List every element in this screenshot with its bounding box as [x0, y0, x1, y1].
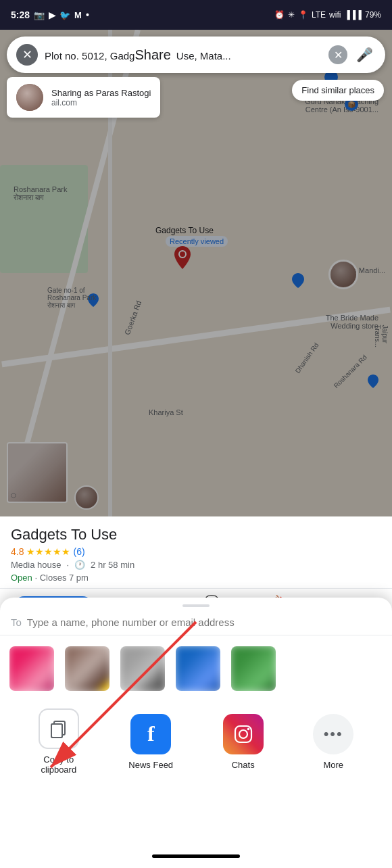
gmail-icon: M: [74, 10, 82, 20]
rating-value: 4.8: [11, 546, 24, 557]
dot-indicator: •: [86, 9, 89, 20]
more-dots-icon: •••: [324, 725, 343, 743]
status-separator: ·: [34, 573, 39, 583]
sharing-prefix: Sharing as: [51, 88, 96, 98]
sharing-email: ail.com: [51, 98, 151, 107]
sharing-avatar: [16, 84, 43, 111]
location-duration: 2 hr 58 min: [91, 560, 134, 570]
location-name: Gadgets To Use: [11, 526, 381, 544]
home-indicator: [152, 854, 240, 858]
facebook-newsfeed-button[interactable]: f News Feed: [128, 714, 173, 770]
status-time: 5:28 📷 ▶ 🐦 M •: [11, 9, 89, 20]
contact-item-5[interactable]: [231, 646, 276, 691]
app-share-row: Copy toclipboard f News Feed Chats •••: [0, 702, 392, 788]
location-panel: Gadgets To Use 4.8 ★★★★★ (6) Media house…: [0, 516, 392, 595]
contact-avatar-4: [176, 646, 220, 691]
facebook-icon: f: [147, 721, 155, 746]
contact-item-2[interactable]: [65, 646, 109, 691]
clipboard-icon: [49, 719, 69, 739]
status-icons: ⏰ ✳ 📍 LTE wifi ▐▐▐ 79%: [274, 10, 381, 20]
sharing-name: Paras Rastogi: [96, 88, 151, 98]
sharing-text: Sharing as Paras Rastogi ail.com: [51, 88, 151, 107]
location-icon: 📍: [298, 10, 308, 20]
clipboard-icon-wrap: [39, 708, 79, 749]
location-status: Open · Closes 7 pm: [11, 573, 381, 583]
newsfeed-label: News Feed: [128, 760, 173, 770]
contact-item-3[interactable]: [120, 646, 165, 691]
contact-avatar-3: [120, 646, 165, 691]
voice-search-button[interactable]: 🎤: [353, 43, 376, 66]
contact-avatar-1: [9, 646, 54, 691]
share-label: Share: [134, 47, 170, 62]
contact-avatar-2: [65, 646, 109, 691]
to-label: To: [11, 617, 22, 628]
more-label: More: [323, 760, 343, 770]
search-text: Plot no. 5012, GadgShareUse, Mata...: [38, 47, 328, 63]
location-category: Media house: [11, 560, 61, 570]
close-icon: ✕: [22, 47, 32, 62]
signal-icon: ▐▐▐: [344, 10, 362, 20]
svg-rect-7: [51, 724, 62, 738]
alarm-icon: ⏰: [274, 10, 285, 20]
star-icons: ★★★★★: [26, 546, 70, 557]
search-query-part2: Use, Mata...: [176, 50, 231, 62]
open-status: Open: [11, 573, 32, 583]
location-meta: Media house · 🕐 2 hr 58 min: [11, 560, 381, 570]
copy-to-clipboard-button[interactable]: Copy toclipboard: [39, 708, 79, 775]
contact-item-4[interactable]: [176, 646, 220, 691]
wifi-icon: wifi: [329, 10, 341, 20]
separator-icon: ·: [66, 560, 69, 570]
x-icon: ✕: [334, 49, 343, 62]
instagram-icon-wrap: [223, 714, 264, 754]
time-display: 5:28: [11, 9, 30, 20]
more-share-button[interactable]: ••• More: [313, 714, 353, 770]
svg-point-10: [247, 727, 249, 730]
find-similar-button[interactable]: Find similar places: [292, 80, 384, 101]
contact-item-1[interactable]: [9, 646, 54, 691]
closing-time: Closes 7 pm: [40, 573, 89, 583]
share-to-row: To: [0, 607, 392, 635]
svg-point-9: [239, 730, 247, 738]
twitter-icon: 🐦: [59, 10, 70, 20]
review-count: (6): [73, 546, 84, 557]
youtube-icon: ▶: [49, 10, 55, 20]
clipboard-label: Copy toclipboard: [41, 754, 76, 775]
share-recipient-input[interactable]: [27, 617, 381, 628]
chats-label: Chats: [232, 760, 255, 770]
contact-avatar-5: [231, 646, 276, 691]
search-query-part1: Plot no. 5012, Gadg: [45, 50, 134, 62]
more-icon-wrap: •••: [313, 714, 353, 754]
share-sheet: To: [0, 598, 392, 868]
mic-icon: 🎤: [356, 47, 373, 63]
battery-icon: 79%: [365, 10, 381, 20]
contacts-row: [0, 635, 392, 702]
network-icon: LTE: [312, 10, 326, 20]
clock-icon: 🕐: [74, 560, 85, 570]
location-rating: 4.8 ★★★★★ (6): [11, 546, 381, 557]
status-bar: 5:28 📷 ▶ 🐦 M • ⏰ ✳ 📍 LTE wifi ▐▐▐ 79%: [0, 0, 392, 30]
search-bar[interactable]: ✕ Plot no. 5012, GadgShareUse, Mata... ✕…: [7, 37, 385, 73]
instagram-icon: 📷: [34, 10, 45, 20]
nav-bar: [0, 844, 392, 868]
facebook-icon-wrap: f: [130, 714, 171, 754]
search-close-button[interactable]: ✕: [16, 44, 38, 66]
instagram-chats-button[interactable]: Chats: [223, 714, 264, 770]
bluetooth-icon: ✳: [288, 10, 295, 20]
instagram-icon: [232, 723, 254, 745]
clear-search-button[interactable]: ✕: [328, 45, 347, 64]
sharing-banner: Sharing as Paras Rastogi ail.com: [7, 77, 160, 118]
